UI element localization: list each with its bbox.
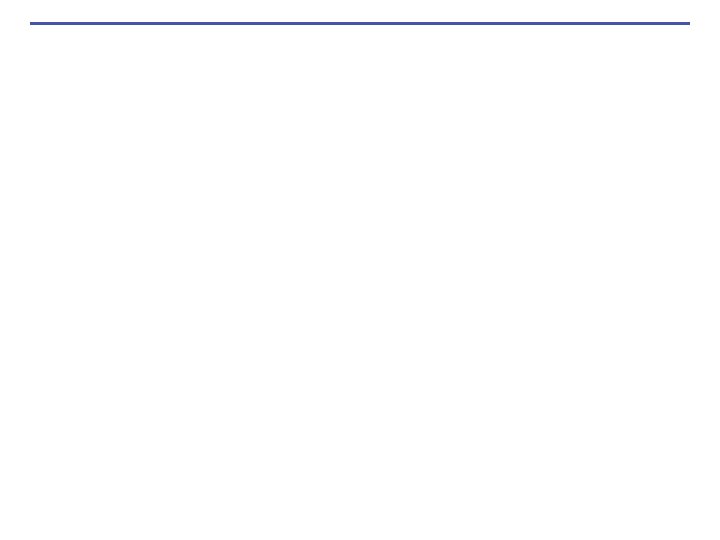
slide xyxy=(0,0,720,540)
title-rule xyxy=(30,22,690,25)
